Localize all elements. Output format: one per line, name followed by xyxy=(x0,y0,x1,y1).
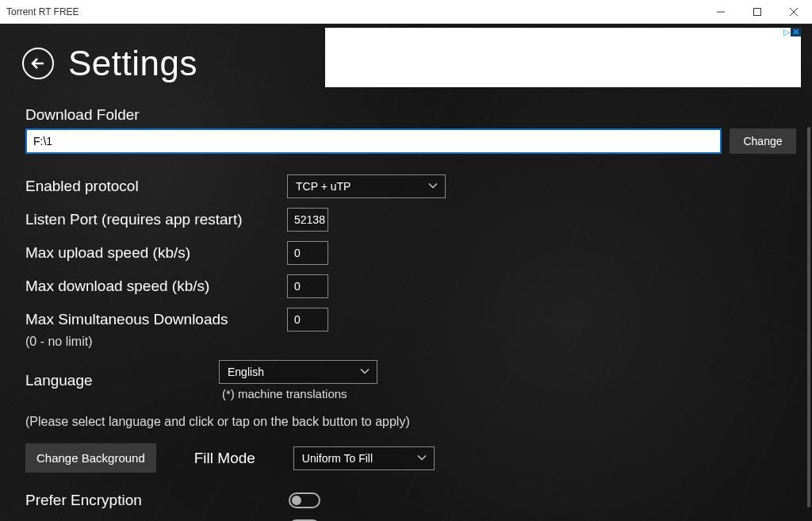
download-folder-input[interactable] xyxy=(25,128,722,154)
ad-badge: ▷ ✕ xyxy=(783,28,801,36)
close-button[interactable] xyxy=(776,0,812,24)
no-limit-note: (0 - no limit) xyxy=(25,335,796,349)
download-folder-label: Download Folder xyxy=(25,106,796,124)
max-upload-input[interactable]: 0 xyxy=(287,241,328,265)
listen-port-label: Listen Port (requires app restart) xyxy=(25,211,287,228)
max-simultaneous-input[interactable]: 0 xyxy=(287,308,328,331)
adchoices-icon[interactable]: ▷ xyxy=(783,28,791,36)
page-title: Settings xyxy=(68,44,197,83)
page-header: Settings xyxy=(22,44,197,83)
minimize-button[interactable] xyxy=(703,0,739,24)
prefer-encryption-toggle[interactable] xyxy=(289,492,320,508)
chevron-down-icon xyxy=(427,180,439,193)
fill-mode-value: Uniform To Fill xyxy=(302,452,373,465)
language-hint: (Please select language and click or tap… xyxy=(25,415,796,429)
language-note: (*) machine translations xyxy=(219,387,377,400)
change-folder-button[interactable]: Change xyxy=(730,128,796,154)
language-label: Language xyxy=(25,372,143,389)
maximize-button[interactable] xyxy=(739,0,776,24)
chevron-down-icon xyxy=(416,451,427,465)
fill-mode-label: Fill Mode xyxy=(194,450,255,467)
max-download-label: Max download speed (kb/s) xyxy=(25,278,287,295)
svg-rect-1 xyxy=(754,8,761,15)
listen-port-input[interactable]: 52138 xyxy=(287,208,328,232)
enabled-protocol-label: Enabled protocol xyxy=(25,178,287,195)
window-title: Torrent RT FREE xyxy=(0,6,703,17)
language-value: English xyxy=(228,366,264,378)
max-simultaneous-label: Max Simultaneous Downloads xyxy=(25,311,287,328)
enabled-protocol-value: TCP + uTP xyxy=(296,180,350,193)
settings-form: Download Folder Change Enabled protocol … xyxy=(25,106,796,521)
ad-close-icon[interactable]: ✕ xyxy=(791,28,801,36)
back-button[interactable] xyxy=(22,48,54,79)
window-titlebar: Torrent RT FREE xyxy=(0,0,812,24)
fill-mode-select[interactable]: Uniform To Fill xyxy=(293,446,435,470)
chevron-down-icon xyxy=(359,366,370,379)
enabled-protocol-select[interactable]: TCP + uTP xyxy=(287,174,446,198)
vertical-scrollbar[interactable] xyxy=(807,127,810,508)
ad-banner[interactable]: ▷ ✕ xyxy=(325,28,801,87)
app-client-area: ▷ ✕ Settings Download Folder Change Enab… xyxy=(0,24,812,521)
prefer-encryption-label: Prefer Encryption xyxy=(25,492,289,509)
max-upload-label: Max upload speed (kb/s) xyxy=(25,244,287,262)
max-download-input[interactable]: 0 xyxy=(287,274,328,298)
change-background-button[interactable]: Change Background xyxy=(25,443,156,473)
language-select[interactable]: English xyxy=(219,360,377,384)
